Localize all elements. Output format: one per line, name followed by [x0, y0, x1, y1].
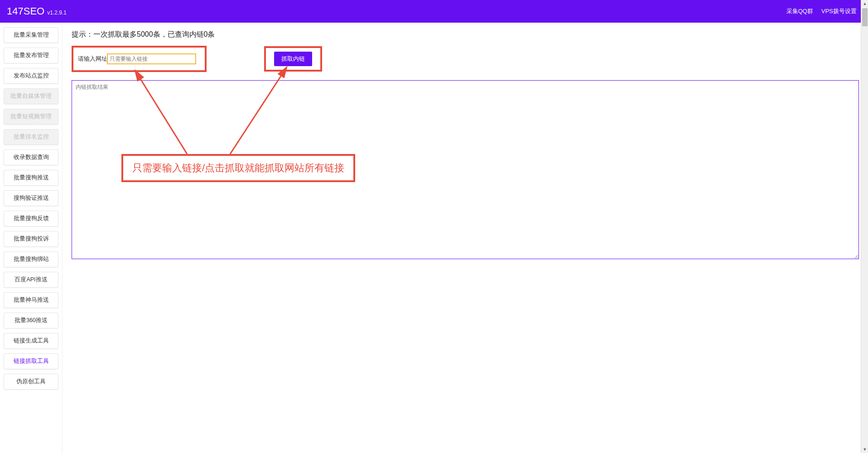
sidebar-item-media-manage: 批量自媒体管理	[4, 88, 58, 104]
sidebar-item-sogou-verify[interactable]: 搜狗验证推送	[4, 190, 58, 206]
annotation-callout: 只需要输入链接/点击抓取就能抓取网站所有链接	[121, 154, 355, 182]
sidebar-item-rank-monitor: 批量排名监控	[4, 129, 58, 145]
sidebar-item-publish-manage[interactable]: 批量发布管理	[4, 48, 58, 63]
link-vps-settings[interactable]: VPS拨号设置	[821, 7, 857, 15]
sidebar-item-rewrite-tool[interactable]: 伪原创工具	[4, 374, 58, 390]
sidebar-item-link-crawl[interactable]: 链接抓取工具	[4, 353, 58, 369]
brand-block: 147SEO v1.2.9.1	[7, 5, 67, 17]
sidebar-item-collect-manage[interactable]: 批量采集管理	[4, 27, 58, 43]
button-highlight-box: 抓取内链	[264, 46, 322, 72]
scroll-up-icon[interactable]: ▲	[861, 0, 868, 7]
sidebar-item-link-gen[interactable]: 链接生成工具	[4, 333, 58, 349]
sidebar-item-baidu-api[interactable]: 百度API推送	[4, 272, 58, 288]
crawl-button[interactable]: 抓取内链	[274, 52, 312, 66]
sidebar-item-index-query[interactable]: 收录数据查询	[4, 149, 58, 165]
hint-text: 提示：一次抓取最多5000条，已查询内链0条	[72, 30, 859, 39]
sidebar-item-sogou-push[interactable]: 批量搜狗推送	[4, 170, 58, 186]
sidebar-item-sogou-feedback[interactable]: 批量搜狗反馈	[4, 211, 58, 226]
sidebar-item-360-push[interactable]: 批量360推送	[4, 313, 58, 328]
sidebar-item-shenma-push[interactable]: 批量神马推送	[4, 292, 58, 308]
link-qq-group[interactable]: 采集QQ群	[786, 7, 813, 15]
input-highlight-box: 请输入网址	[72, 46, 207, 72]
url-input-label: 请输入网址	[78, 55, 107, 63]
app-header: 147SEO v1.2.9.1 采集QQ群 VPS拨号设置	[0, 0, 868, 23]
sidebar: 批量采集管理 批量发布管理 发布站点监控 批量自媒体管理 批量短视频管理 批量排…	[0, 23, 63, 453]
scroll-down-icon[interactable]: ▼	[861, 446, 868, 453]
url-input[interactable]	[107, 54, 196, 64]
header-links: 采集QQ群 VPS拨号设置	[786, 7, 857, 15]
sidebar-item-sogou-bind[interactable]: 批量搜狗绑站	[4, 251, 58, 267]
brand-name: 147SEO	[7, 5, 44, 17]
sidebar-item-sogou-complain[interactable]: 批量搜狗投诉	[4, 231, 58, 247]
scroll-thumb[interactable]	[862, 8, 868, 26]
form-row: 请输入网址 抓取内链	[72, 46, 859, 72]
app-version: v1.2.9.1	[47, 10, 67, 16]
sidebar-item-site-monitor[interactable]: 发布站点监控	[4, 68, 58, 84]
sidebar-item-video-manage: 批量短视频管理	[4, 109, 58, 125]
main-content: 提示：一次抓取最多5000条，已查询内链0条 请输入网址 抓取内链 只需要输入链…	[63, 23, 868, 453]
browser-scrollbar[interactable]: ▲ ▼	[861, 0, 868, 453]
